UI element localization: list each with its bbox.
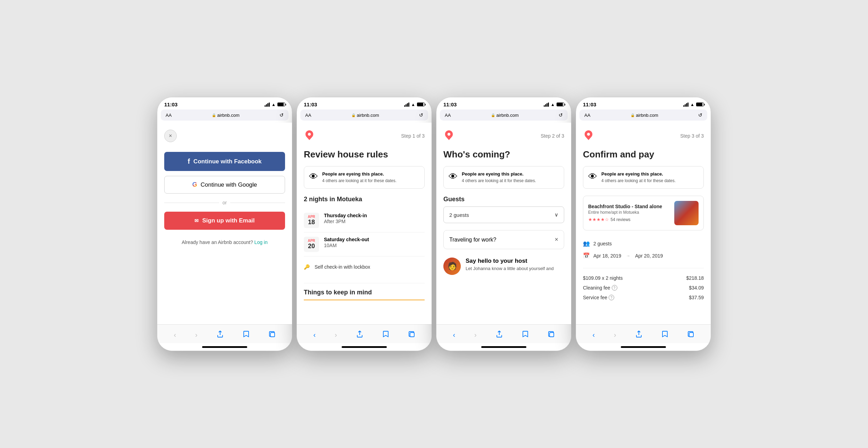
- divider-2: [304, 283, 425, 283]
- eyeing-notice-3: 👁 People are eyeing this place. 4 others…: [443, 166, 564, 189]
- forward-button-3[interactable]: ›: [471, 329, 480, 340]
- wifi-icon-3: ▲: [551, 102, 555, 107]
- reload-icon-4[interactable]: ↺: [698, 112, 702, 118]
- guests-dropdown[interactable]: 2 guests ∨: [443, 206, 564, 223]
- bottom-nav-1: ‹ ›: [157, 324, 292, 343]
- host-avatar-img: 🧑: [443, 258, 461, 275]
- things-title: Things to keep in mind: [304, 289, 425, 300]
- forward-button-2[interactable]: ›: [331, 329, 341, 340]
- reload-icon-2[interactable]: ↺: [419, 112, 423, 118]
- host-info: Say hello to your host Let Johanna know …: [466, 258, 554, 271]
- home-indicator-1: [157, 343, 292, 351]
- page-title-3: Who's coming?: [443, 149, 564, 160]
- wifi-icon-4: ▲: [690, 102, 694, 107]
- screen-1: 11:03 ▲ AA 🔒 airbnb.com ↺ ×: [157, 97, 292, 351]
- share-button[interactable]: [213, 329, 227, 341]
- chevron-down-icon: ∨: [554, 212, 558, 218]
- status-bar-4: 11:03 ▲: [576, 97, 711, 109]
- battery-icon-2: [417, 103, 425, 106]
- status-icons-4: ▲: [683, 102, 704, 107]
- reload-icon[interactable]: ↺: [279, 112, 284, 118]
- bookmarks-button-2[interactable]: [379, 329, 393, 341]
- guests-label: Guests: [443, 196, 564, 203]
- cleaning-fee-row: Cleaning fee ? $34.09: [583, 283, 704, 293]
- browser-url-3: 🔒 airbnb.com: [491, 113, 519, 118]
- price-divider: [583, 268, 704, 268]
- airbnb-logo-3: [443, 130, 454, 142]
- home-indicator-2: [297, 343, 432, 351]
- step-header-4: Step 3 of 3: [583, 130, 704, 142]
- eyeing-icon-4: 👁: [588, 171, 597, 182]
- bookmarks-button[interactable]: [239, 329, 253, 341]
- signal-icon: [265, 103, 270, 107]
- step-indicator-2: Step 1 of 3: [401, 133, 425, 139]
- screen-3-content: Step 2 of 3 Who's coming? 👁 People are e…: [436, 123, 571, 324]
- share-button-2[interactable]: [353, 329, 367, 341]
- screen-2-content: Step 1 of 3 Review house rules 👁 People …: [297, 123, 432, 324]
- facebook-icon: f: [187, 157, 190, 165]
- email-signup-button[interactable]: ✉ Sign up with Email: [164, 212, 285, 230]
- status-icons-1: ▲: [265, 102, 285, 107]
- share-button-4[interactable]: [632, 329, 646, 341]
- browser-aa-2[interactable]: AA: [305, 113, 311, 118]
- guests-detail: 👥 2 guests: [583, 237, 704, 250]
- eyeing-text-4: People are eyeing this place. 4 others a…: [601, 171, 676, 184]
- back-button[interactable]: ‹: [170, 329, 180, 340]
- traveling-close-icon[interactable]: ×: [554, 236, 558, 243]
- forward-button[interactable]: ›: [192, 329, 201, 340]
- svg-rect-1: [270, 333, 275, 337]
- bookmarks-button-4[interactable]: [658, 329, 672, 341]
- checkin-info: Thursday check-in After 3PM: [324, 213, 367, 225]
- screen-4-content: Step 3 of 3 Confirm and pay 👁 People are…: [576, 123, 711, 324]
- forward-button-4[interactable]: ›: [610, 329, 620, 340]
- signal-icon-4: [683, 103, 688, 107]
- cleaning-fee-label: Cleaning fee ?: [583, 285, 617, 291]
- service-fee-row: Service fee ? $37.59: [583, 293, 704, 302]
- browser-aa-4[interactable]: AA: [584, 113, 590, 118]
- step-header-3: Step 2 of 3: [443, 130, 564, 142]
- service-info-icon[interactable]: ?: [609, 295, 614, 300]
- google-button[interactable]: G Continue with Google: [164, 176, 285, 194]
- tabs-button-4[interactable]: [684, 329, 698, 341]
- browser-url-4: 🔒 airbnb.com: [631, 113, 658, 118]
- time-3: 11:03: [443, 101, 457, 107]
- back-button-2[interactable]: ‹: [310, 329, 319, 340]
- screen-2: 11:03 ▲ AA 🔒 airbnb.com ↺: [297, 97, 432, 351]
- or-divider: or: [164, 200, 285, 205]
- svg-rect-7: [689, 333, 693, 337]
- checkin-row: APR 18 Thursday check-in After 3PM: [304, 209, 425, 233]
- tabs-button-2[interactable]: [404, 329, 418, 341]
- eyeing-text-3: People are eyeing this place. 4 others a…: [462, 171, 536, 184]
- cleaning-info-icon[interactable]: ?: [612, 285, 617, 291]
- checkout-badge: APR 20: [304, 237, 319, 252]
- arrow-icon: →: [626, 253, 630, 258]
- browser-aa[interactable]: AA: [166, 113, 172, 118]
- back-button-4[interactable]: ‹: [589, 329, 598, 340]
- facebook-button[interactable]: f Continue with Facebook: [164, 152, 285, 171]
- airbnb-logo-2: [304, 130, 315, 142]
- tabs-button[interactable]: [265, 329, 279, 341]
- service-fee-label: Service fee ?: [583, 295, 614, 300]
- login-link[interactable]: Log in: [254, 239, 268, 245]
- price-nights-row: $109.09 x 2 nights $218.18: [583, 273, 704, 283]
- property-card: Beachfront Studio - Stand alone Entire h…: [583, 196, 704, 230]
- wifi-icon: ▲: [272, 102, 276, 107]
- reload-icon-3[interactable]: ↺: [559, 112, 563, 118]
- battery-icon-3: [557, 103, 564, 106]
- bookmarks-button-3[interactable]: [518, 329, 532, 341]
- lock-icon: 🔒: [212, 113, 216, 117]
- wifi-icon-2: ▲: [411, 102, 415, 107]
- lock-icon-3: 🔒: [491, 113, 495, 117]
- checkout-row: APR 20 Saturday check-out 10AM: [304, 233, 425, 256]
- back-button-3[interactable]: ‹: [449, 329, 459, 340]
- bottom-nav-4: ‹ ›: [576, 324, 711, 343]
- battery-icon-4: [696, 103, 704, 106]
- browser-aa-3[interactable]: AA: [445, 113, 451, 118]
- signal-icon-2: [404, 103, 409, 107]
- calendar-icon: 📅: [583, 252, 590, 259]
- eyeing-icon-2: 👁: [309, 171, 318, 182]
- share-button-3[interactable]: [492, 329, 506, 341]
- tabs-button-3[interactable]: [544, 329, 558, 341]
- dates-detail: 📅 Apr 18, 2019 → Apr 20, 2019: [583, 250, 704, 262]
- close-button[interactable]: ×: [164, 130, 177, 142]
